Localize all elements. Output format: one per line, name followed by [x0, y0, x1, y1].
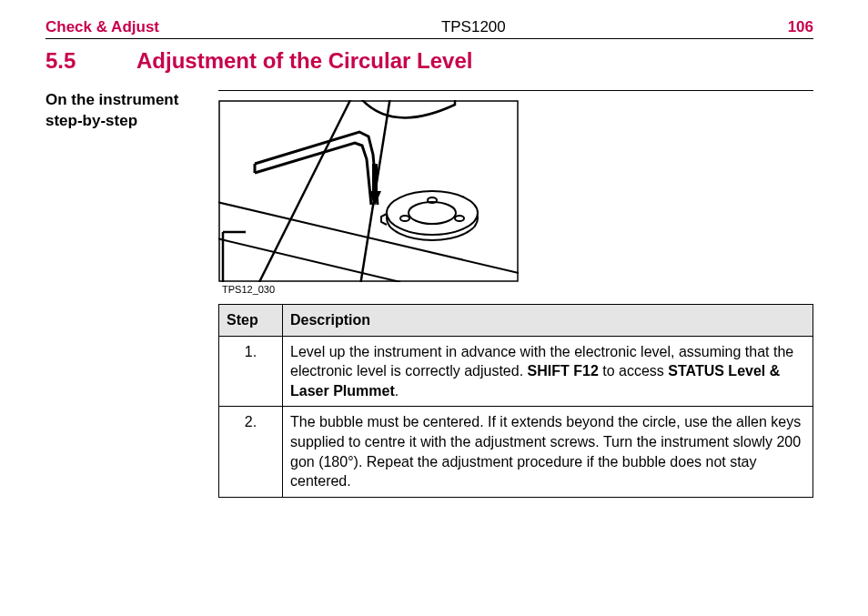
section-number: 5.5 [45, 48, 136, 74]
main-column: TPS12_030 Step Description 1. Level up t… [218, 90, 813, 498]
col-header-step: Step [219, 305, 283, 337]
steps-table: Step Description 1. Level up the instrum… [218, 304, 813, 498]
svg-line-2 [218, 237, 400, 282]
text-run-bold: SHIFT F12 [528, 363, 599, 379]
col-header-description: Description [283, 305, 813, 337]
text-run: The bubble must be centered. If it exten… [290, 414, 801, 489]
svg-point-8 [409, 202, 456, 224]
content-row: On the instrument step-by-step [45, 90, 813, 498]
section-heading: 5.5 Adjustment of the Circular Level [45, 48, 813, 74]
table-header-row: Step Description [219, 305, 813, 337]
table-row: 1. Level up the instrument in advance wi… [219, 336, 813, 407]
adjustment-diagram-icon [218, 100, 519, 282]
header-section-name: Check & Adjust [45, 18, 159, 36]
section-title: Adjustment of the Circular Level [136, 48, 472, 74]
figure-caption: TPS12_030 [222, 284, 813, 295]
step-number: 1. [219, 336, 283, 407]
table-row: 2. The bubble must be centered. If it ex… [219, 407, 813, 497]
step-description: The bubble must be centered. If it exten… [283, 407, 813, 497]
header-page-number: 106 [788, 18, 813, 36]
document-page: Check & Adjust TPS1200 106 5.5 Adjustmen… [0, 0, 868, 516]
page-header: Check & Adjust TPS1200 106 [45, 18, 813, 39]
step-description: Level up the instrument in advance with … [283, 336, 813, 407]
step-number: 2. [219, 407, 283, 497]
figure: TPS12_030 [218, 100, 813, 295]
text-run: . [395, 383, 399, 399]
svg-line-4 [255, 100, 355, 282]
text-run: to access [599, 363, 668, 379]
header-model: TPS1200 [441, 18, 506, 36]
side-label: On the instrument step-by-step [45, 90, 218, 498]
